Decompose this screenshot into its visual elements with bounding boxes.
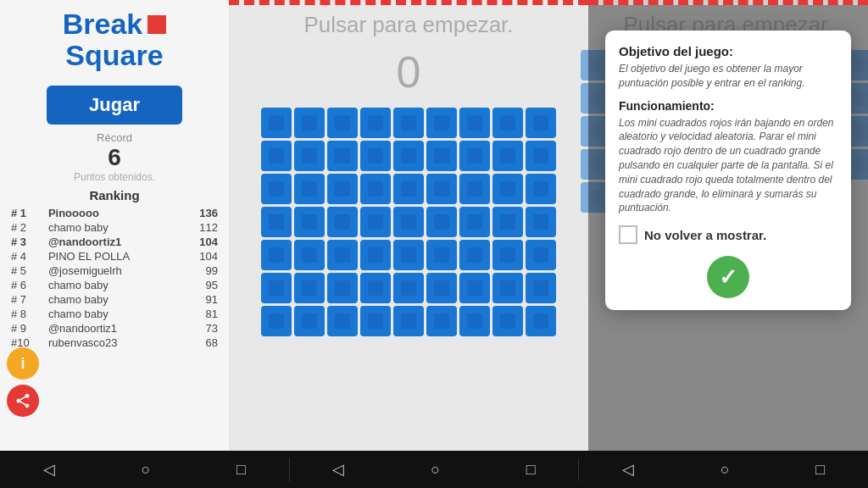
grid-cell xyxy=(294,108,325,138)
grid-cell-inner xyxy=(302,247,317,263)
grid-cell-inner xyxy=(368,214,383,230)
grid-cell xyxy=(294,141,325,171)
rank-score: 104 xyxy=(183,235,220,249)
ranking-row: # 9 @nandoortiz1 73 xyxy=(8,321,220,336)
grid-cell-inner xyxy=(269,247,284,263)
rank-name: chamo baby xyxy=(46,220,183,235)
grid-cell xyxy=(360,141,391,171)
grid-cell xyxy=(393,240,424,270)
grid-cell-inner xyxy=(401,247,416,263)
back-icon-middle[interactable]: ◁ xyxy=(332,460,344,479)
grid-cell xyxy=(492,141,523,171)
grid-cell xyxy=(492,306,523,336)
grid-cell-inner xyxy=(335,148,350,164)
grid-cell-inner xyxy=(500,115,515,130)
grid-cell xyxy=(459,174,490,204)
grid-cell xyxy=(393,108,424,138)
grid-cell-inner xyxy=(368,247,383,263)
grid-cell xyxy=(360,306,391,336)
grid-cell xyxy=(327,207,358,237)
nav-section-left: ◁ ○ □ xyxy=(0,460,289,479)
play-button[interactable]: Jugar xyxy=(47,86,182,125)
grid-cell-inner xyxy=(368,313,383,329)
square-icon-right[interactable]: □ xyxy=(815,461,825,479)
grid-cell-inner xyxy=(302,115,317,130)
grid-cell-inner xyxy=(368,115,383,130)
grid-cell xyxy=(360,207,391,237)
dialog-checkbox-row: No volver a mostrar. xyxy=(619,225,837,244)
ranking-row: # 5 @josemiguelrh 99 xyxy=(8,263,220,278)
ranking-row: #10 rubenvasco23 68 xyxy=(8,336,220,350)
grid-cell-inner xyxy=(335,280,350,296)
grid-cell xyxy=(526,240,556,270)
left-panel: Break Square Jugar Récord 6 Puntos obten… xyxy=(0,0,229,451)
grid-cell-inner xyxy=(302,181,317,197)
grid-cell-inner xyxy=(269,313,284,329)
middle-panel[interactable]: Pulsar para empezar. 0 xyxy=(229,0,588,451)
rank-score: 73 xyxy=(183,321,220,336)
grid-cell xyxy=(426,306,457,336)
square-icon-left[interactable]: □ xyxy=(236,461,246,479)
grid-cell xyxy=(327,141,358,171)
grid-cell xyxy=(492,108,523,138)
grid-cell-inner xyxy=(467,247,482,263)
grid-cell xyxy=(526,141,556,171)
rank-number: # 5 xyxy=(8,263,46,278)
home-icon-left[interactable]: ○ xyxy=(141,461,150,479)
rank-score: 104 xyxy=(183,249,220,263)
rank-number: # 6 xyxy=(8,278,46,292)
grid-cell xyxy=(327,306,358,336)
grid-cell xyxy=(526,306,556,336)
back-icon-right[interactable]: ◁ xyxy=(622,460,634,479)
dialog-objective-text: El objetivo del juego es obtener la mayo… xyxy=(619,62,837,91)
right-panel: Pulsar para empezar. Objetivo del juego:… xyxy=(588,0,868,451)
dialog-how-text: Los mini cuadrados rojos irán bajando en… xyxy=(619,116,837,216)
grid-cell xyxy=(294,174,325,204)
grid-cell-inner xyxy=(335,313,350,329)
grid-cell-inner xyxy=(302,148,317,164)
no-show-checkbox[interactable] xyxy=(619,225,637,244)
grid-cell-inner xyxy=(335,115,350,130)
grid-cell xyxy=(492,240,523,270)
rank-name: chamo baby xyxy=(46,278,183,292)
grid-cell xyxy=(426,174,457,204)
ranking-row: # 4 PINO EL POLLA 104 xyxy=(8,249,220,263)
info-button[interactable]: i xyxy=(7,347,39,380)
nav-section-right: ◁ ○ □ xyxy=(579,460,868,479)
bottom-nav: ◁ ○ □ ◁ ○ □ ◁ ○ □ xyxy=(0,451,868,488)
square-icon-middle[interactable]: □ xyxy=(526,461,536,479)
ranking-section: Ranking # 1 Pinooooo 136 # 2 chamo baby … xyxy=(8,188,220,350)
grid-cell xyxy=(261,207,292,237)
grid-cell-inner xyxy=(269,115,284,130)
ranking-row: # 2 chamo baby 112 xyxy=(8,220,220,235)
grid-cell xyxy=(294,207,325,237)
grid-cell-inner xyxy=(467,148,482,164)
grid-cell-inner xyxy=(533,313,548,329)
title-square: Square xyxy=(65,39,163,71)
home-icon-middle[interactable]: ○ xyxy=(431,461,440,479)
grid-cell-inner xyxy=(533,115,548,130)
grid-cell xyxy=(426,207,457,237)
rank-score: 99 xyxy=(183,263,220,278)
grid-cell xyxy=(393,306,424,336)
grid-cell xyxy=(426,141,457,171)
grid-cell xyxy=(327,273,358,303)
grid-cell-inner xyxy=(401,115,416,130)
rank-name: @nandoortiz1 xyxy=(46,235,183,249)
grid-cell xyxy=(526,207,556,237)
grid-cell-inner xyxy=(401,214,416,230)
dialog-ok-button[interactable]: ✓ xyxy=(707,256,749,298)
rank-score: 136 xyxy=(183,206,220,220)
grid-cell-inner xyxy=(533,280,548,296)
back-icon-left[interactable]: ◁ xyxy=(43,460,55,479)
grid-cell-inner xyxy=(434,148,449,164)
ranking-row: # 3 @nandoortiz1 104 xyxy=(8,235,220,249)
share-button[interactable] xyxy=(7,385,39,417)
grid-cell-inner xyxy=(467,214,482,230)
grid-cell-inner xyxy=(434,247,449,263)
grid-cell-inner xyxy=(500,148,515,164)
grid-cell xyxy=(294,240,325,270)
home-icon-right[interactable]: ○ xyxy=(721,461,730,479)
rank-name: chamo baby xyxy=(46,292,183,307)
record-value: 6 xyxy=(108,144,121,171)
